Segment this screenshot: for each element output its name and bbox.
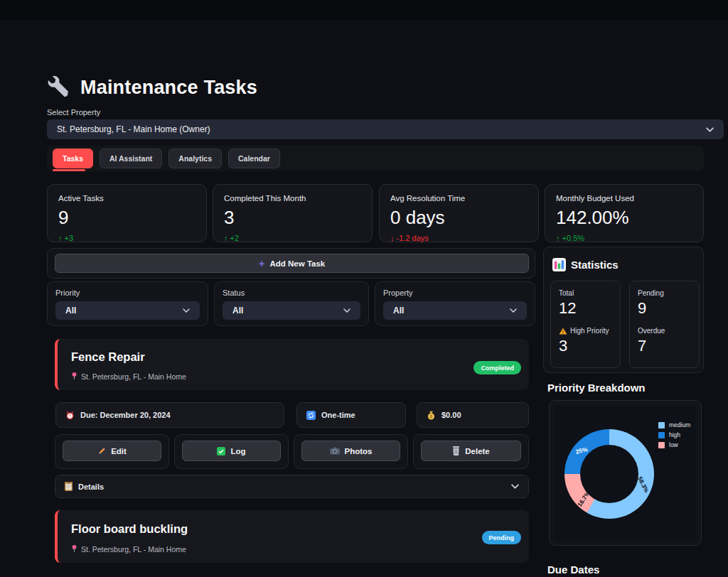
- repeat-icon: [306, 411, 316, 420]
- chevron-down-icon: [343, 308, 350, 313]
- metric-active-tasks: Active Tasks 9 ↑ +3: [47, 184, 207, 242]
- metric-label: Avg Resolution Time: [390, 194, 528, 203]
- stat-value: 12: [559, 299, 612, 318]
- tab-ai-assistant[interactable]: AI Assistant: [100, 149, 162, 168]
- status-badge: Pending: [482, 531, 522, 544]
- arrow-up-icon: ↑: [58, 234, 63, 242]
- details-expander[interactable]: Details: [55, 475, 529, 498]
- task-title: Floor board buckling: [71, 522, 188, 536]
- delete-button[interactable]: Delete: [421, 441, 521, 461]
- filter-label: Property: [383, 288, 527, 297]
- wrench-icon: [46, 72, 71, 98]
- statistics-title: Statistics: [571, 259, 619, 271]
- task-title: Fence Repair: [71, 350, 145, 364]
- priority-chart: 25% 58.3% 16.7% medium high low: [555, 406, 696, 540]
- metric-label: Active Tasks: [58, 194, 196, 203]
- property-select[interactable]: St. Petersburg, FL - Main Home (Owner): [47, 119, 724, 139]
- stat-label: Total: [559, 289, 612, 297]
- arrow-down-icon: ↓: [390, 234, 395, 242]
- alarm-clock-icon: [65, 411, 75, 420]
- add-new-task-button[interactable]: + Add New Task: [55, 254, 529, 273]
- due-date-box: Due: December 20, 2024: [55, 402, 284, 428]
- pin-icon: [71, 544, 77, 554]
- warning-icon: [559, 328, 567, 335]
- legend-item-low[interactable]: low: [658, 441, 690, 448]
- plus-icon: +: [259, 258, 265, 269]
- metric-label: Completed This Month: [224, 194, 361, 203]
- chevron-down-icon: [510, 308, 517, 313]
- metric-delta: ↓ -1.2 days: [390, 234, 528, 242]
- chevron-down-icon: [183, 308, 190, 313]
- page-title: Maintenance Tasks: [80, 77, 257, 99]
- tab-analytics[interactable]: Analytics: [168, 149, 222, 168]
- status-filter-select[interactable]: All: [223, 301, 360, 320]
- maintenance-dashboard: Maintenance Tasks Select Property St. Pe…: [0, 0, 728, 577]
- trash-icon: [452, 446, 460, 455]
- metric-value: 3: [224, 207, 361, 229]
- log-button[interactable]: Log: [182, 441, 281, 461]
- stat-value: 3: [559, 337, 612, 355]
- stats-card-right: Pending 9 Overdue 7: [629, 281, 700, 368]
- clipboard-icon: [65, 482, 73, 491]
- metric-value: 9: [58, 207, 196, 229]
- cost-box: $ $0.00: [417, 402, 529, 428]
- check-icon: [217, 447, 225, 455]
- arrow-up-icon: ↑: [224, 234, 228, 242]
- stats-card-left: Total 12 High Priority 3: [550, 281, 621, 368]
- metric-delta: ↑ +2: [224, 234, 361, 242]
- arrow-up-icon: ↑: [556, 234, 560, 242]
- stat-value: 7: [638, 337, 691, 355]
- stat-value: 9: [638, 299, 691, 318]
- metric-value: 142.00%: [556, 207, 692, 229]
- task-card-fence-repair: Fence Repair St. Petersburg, FL - Main H…: [55, 339, 529, 390]
- active-tab-underline: [53, 169, 85, 171]
- pencil-icon: [97, 447, 106, 455]
- money-bag-icon: $: [427, 411, 436, 420]
- priority-filter-select[interactable]: All: [55, 301, 200, 320]
- pin-icon: [71, 372, 77, 381]
- stat-label: Overdue: [638, 327, 691, 335]
- filter-status: Status All: [214, 281, 369, 326]
- tab-calendar[interactable]: Calendar: [228, 149, 280, 168]
- chart-legend: medium high low: [658, 421, 690, 451]
- filter-label: Status: [223, 288, 360, 297]
- legend-swatch: [658, 422, 665, 428]
- legend-swatch: [658, 432, 665, 438]
- statistics-panel: Statistics Total 12 High Priority 3 Pend…: [543, 247, 704, 373]
- legend-swatch: [658, 442, 665, 448]
- task-location: St. Petersburg, FL - Main Home: [71, 372, 186, 381]
- legend-item-high[interactable]: high: [658, 431, 690, 438]
- bar-chart-icon: [552, 258, 566, 271]
- filter-label: Priority: [55, 288, 200, 297]
- metric-delta: ↑ +0.5%: [556, 234, 692, 242]
- metric-delta: ↑ +3: [58, 234, 196, 242]
- legend-item-medium[interactable]: medium: [658, 421, 690, 428]
- priority-breakdown-title: Priority Breakdown: [547, 382, 646, 394]
- tab-bar: Tasks AI Assistant Analytics Calendar: [47, 146, 704, 171]
- edit-button[interactable]: Edit: [63, 441, 161, 461]
- app-header-bar: [0, 0, 728, 20]
- camera-icon: [330, 447, 340, 455]
- metric-label: Monthly Budget Used: [556, 194, 692, 203]
- chevron-down-icon: [706, 127, 714, 132]
- recurrence-box: One-time: [296, 402, 406, 428]
- tab-tasks[interactable]: Tasks: [53, 149, 93, 168]
- status-badge: Completed: [473, 361, 521, 374]
- metric-avg-resolution: Avg Resolution Time 0 days ↓ -1.2 days: [379, 184, 539, 242]
- stat-label: High Priority: [559, 327, 612, 335]
- due-dates-title: Due Dates: [547, 563, 599, 576]
- property-select-label: Select Property: [47, 108, 100, 117]
- filter-property: Property All: [375, 281, 535, 326]
- property-filter-select[interactable]: All: [383, 301, 527, 320]
- property-select-value: St. Petersburg, FL - Main Home (Owner): [57, 124, 210, 134]
- filter-priority: Priority All: [47, 281, 208, 326]
- stat-label: Pending: [638, 289, 691, 297]
- task-card-floor-board: Floor board buckling St. Petersburg, FL …: [55, 510, 529, 563]
- metric-completed-month: Completed This Month 3 ↑ +2: [213, 184, 373, 242]
- metric-value: 0 days: [390, 207, 528, 229]
- metric-budget-used: Monthly Budget Used 142.00% ↑ +0.5%: [545, 184, 704, 242]
- chevron-down-icon: [511, 484, 519, 489]
- photos-button[interactable]: Photos: [301, 441, 400, 461]
- task-location: St. Petersburg, FL - Main Home: [71, 544, 186, 554]
